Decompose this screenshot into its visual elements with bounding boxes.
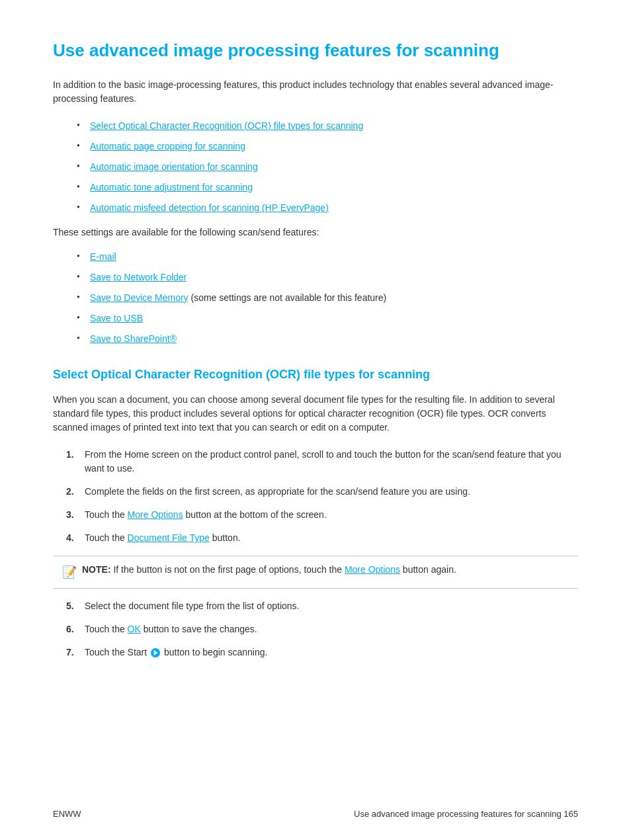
step-content: From the Home screen on the product cont… — [85, 448, 578, 476]
orientation-link[interactable]: Automatic image orientation for scanning — [90, 161, 258, 172]
list-item: Save to SharePoint® — [79, 332, 578, 346]
start-icon — [151, 648, 160, 657]
steps-after-note-list: 5. Select the document file type from th… — [66, 599, 578, 659]
more-options-link-note[interactable]: More Options — [345, 564, 400, 575]
list-item: Save to USB — [79, 312, 578, 325]
note-body: If the button is not on the first page o… — [113, 564, 456, 575]
section-body: When you scan a document, you can choose… — [53, 393, 578, 435]
step-7: 7. Touch the Start button to begin scann… — [66, 646, 578, 659]
step-number: 3. — [66, 508, 85, 522]
step-1: 1. From the Home screen on the product c… — [66, 448, 578, 476]
step-number: 1. — [66, 448, 85, 476]
step-content: Select the document file type from the l… — [85, 599, 578, 613]
step-number: 4. — [66, 531, 85, 545]
top-links-list: Select Optical Character Recognition (OC… — [79, 119, 578, 215]
page-content: Use advanced image processing features f… — [0, 0, 631, 723]
list-item: Select Optical Character Recognition (OC… — [79, 119, 578, 133]
list-item: Automatic tone adjustment for scanning — [79, 181, 578, 194]
list-item: Automatic page cropping for scanning — [79, 140, 578, 153]
features-list: E-mail Save to Network Folder Save to De… — [79, 250, 578, 346]
step-content: Touch the OK button to save the changes. — [85, 622, 578, 636]
step-6: 6. Touch the OK button to save the chang… — [66, 622, 578, 636]
email-link[interactable]: E-mail — [90, 251, 116, 262]
step-5: 5. Select the document file type from th… — [66, 599, 578, 613]
step-content: Touch the More Options button at the bot… — [85, 508, 578, 522]
main-title: Use advanced image processing features f… — [53, 40, 578, 62]
step-content: Complete the fields on the first screen,… — [85, 485, 578, 499]
step-number: 2. — [66, 485, 85, 499]
step-3: 3. Touch the More Options button at the … — [66, 508, 578, 522]
list-item: Automatic image orientation for scanning — [79, 160, 578, 174]
step-content: Touch the Document File Type button. — [85, 531, 578, 545]
list-item: E-mail — [79, 250, 578, 264]
footer-right: Use advanced image processing features f… — [354, 808, 578, 821]
intro-paragraph: In addition to the basic image-processin… — [53, 78, 578, 106]
ocr-link[interactable]: Select Optical Character Recognition (OC… — [90, 120, 363, 131]
steps-list: 1. From the Home screen on the product c… — [66, 448, 578, 545]
settings-text: These settings are available for the fol… — [53, 226, 578, 239]
network-folder-link[interactable]: Save to Network Folder — [90, 272, 187, 282]
step-2: 2. Complete the fields on the first scre… — [66, 485, 578, 499]
section-title: Select Optical Character Recognition (OC… — [53, 367, 578, 382]
step-content: Touch the Start button to begin scanning… — [85, 646, 578, 659]
save-usb-link[interactable]: Save to USB — [90, 313, 143, 323]
note-box: 📝 NOTE: If the button is not on the firs… — [53, 556, 578, 589]
misfeed-link[interactable]: Automatic misfeed detection for scanning… — [90, 202, 329, 213]
step-number: 6. — [66, 622, 85, 636]
step-number: 5. — [66, 599, 85, 613]
footer-left: ENWW — [53, 808, 81, 821]
device-memory-link[interactable]: Save to Device Memory — [90, 292, 189, 303]
device-memory-note: (some settings are not available for thi… — [189, 292, 387, 303]
note-icon: 📝 — [62, 564, 77, 581]
ok-link[interactable]: OK — [128, 624, 141, 634]
note-text: NOTE: If the button is not on the first … — [82, 563, 456, 577]
more-options-link-3[interactable]: More Options — [128, 509, 183, 520]
document-file-type-link[interactable]: Document File Type — [128, 532, 210, 543]
step-number: 7. — [66, 646, 85, 659]
sharepoint-link[interactable]: Save to SharePoint® — [90, 333, 177, 344]
note-label: NOTE: — [82, 564, 111, 575]
crop-link[interactable]: Automatic page cropping for scanning — [90, 141, 245, 151]
list-item: Save to Network Folder — [79, 271, 578, 284]
step-4: 4. Touch the Document File Type button. — [66, 531, 578, 545]
list-item: Save to Device Memory (some settings are… — [79, 291, 578, 305]
tone-link[interactable]: Automatic tone adjustment for scanning — [90, 182, 253, 192]
page-footer: ENWW Use advanced image processing featu… — [0, 808, 631, 821]
list-item: Automatic misfeed detection for scanning… — [79, 201, 578, 215]
